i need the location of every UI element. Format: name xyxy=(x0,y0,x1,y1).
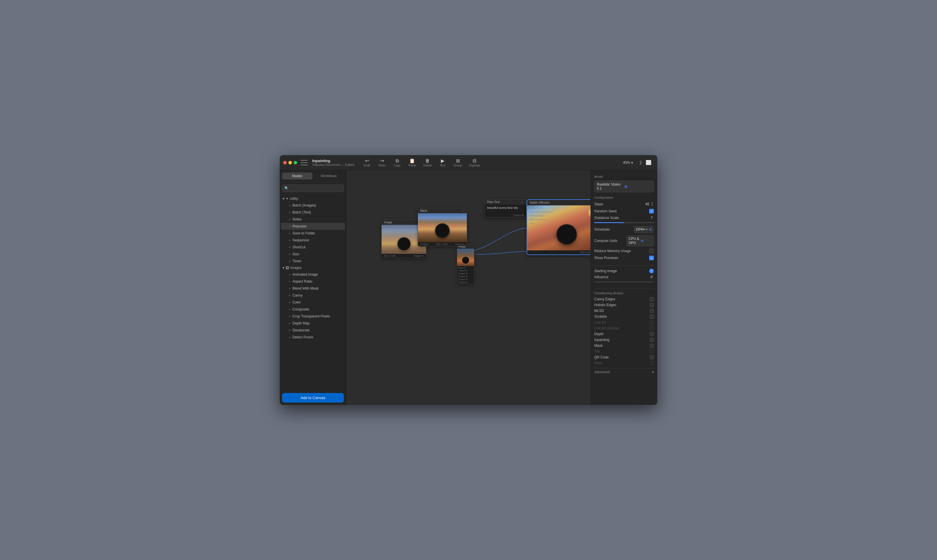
cond-checkbox-mask[interactable] xyxy=(650,344,654,348)
cond-line-art: Line Art xyxy=(594,320,654,325)
node-icon: ✦ xyxy=(288,294,291,297)
cond-checkbox-line-art[interactable] xyxy=(650,320,654,325)
undo-button[interactable]: ↩ Undo xyxy=(360,157,374,168)
cond-checkbox-inpainting[interactable] xyxy=(650,338,654,342)
sidebar-item-color[interactable]: ✦ Color xyxy=(281,299,345,306)
canvas-node-plain-text[interactable]: Plain Text ⋯ beautiful sunny blue sky Ou… xyxy=(485,199,526,218)
cond-checkbox-holistic[interactable] xyxy=(650,303,654,307)
node-icon: ✦ xyxy=(288,308,291,311)
copy-icon: ⧉ xyxy=(395,158,399,163)
sidebar-item-composite[interactable]: ✦ Composite xyxy=(281,306,345,313)
cond-checkbox-canny[interactable] xyxy=(650,297,654,301)
right-sidebar: Model Realistic Vision 5.1 ⊕ Configurati… xyxy=(591,170,657,405)
paste-button[interactable]: 📋 Paste xyxy=(405,157,419,168)
cond-mask: Mask xyxy=(594,344,654,348)
sidebar-item-size[interactable]: ✦ Size xyxy=(281,251,345,258)
traffic-lights xyxy=(283,161,297,165)
title-bar: Inpainting Odyssey Document — Edited ↩ U… xyxy=(280,155,657,170)
cond-checkbox-mlsd[interactable] xyxy=(650,309,654,313)
model-select[interactable]: Realistic Vision 5.1 ⊕ xyxy=(594,181,654,192)
model-section-title: Model xyxy=(594,175,654,178)
more-button[interactable]: ⟫ xyxy=(636,158,645,167)
sidebar-item-depth-map[interactable]: ✦ Depth Map xyxy=(281,320,345,327)
sidebar-item-label: Timer xyxy=(292,259,301,263)
node-header: Plain Text ⋯ xyxy=(485,200,526,205)
document-title: Inpainting xyxy=(312,158,354,163)
maximize-button[interactable] xyxy=(294,161,297,165)
delete-button[interactable]: 🗑 Delete xyxy=(420,157,434,168)
close-button[interactable] xyxy=(283,161,287,165)
config-title: Configuration xyxy=(594,196,654,199)
sidebar-item-label: Blend With Mask xyxy=(292,286,318,291)
canvas-node-mask[interactable]: Mask ⋯ ● Input 801 x 598 Mask ➤ xyxy=(418,208,467,246)
node-title: Image xyxy=(384,221,392,224)
sidebar-item-blend-with-mask[interactable]: ✦ Blend With Mask xyxy=(281,285,345,292)
tab-workflows[interactable]: Workflows xyxy=(314,172,344,180)
sidebar-item-desaturate[interactable]: ✦ Desaturate xyxy=(281,327,345,334)
cond-checkbox-scribble[interactable] xyxy=(650,315,654,318)
advanced-row[interactable]: Advanced ▾ xyxy=(594,368,654,376)
node-icon: ✦ xyxy=(288,204,291,207)
minimize-button[interactable] xyxy=(288,161,292,165)
ungroup-button[interactable]: ⊟ Ungroup xyxy=(466,157,483,168)
sidebar-item-shortcut[interactable]: ✦ Shortcut xyxy=(281,244,345,251)
steps-up[interactable]: ▲ xyxy=(650,202,654,204)
canvas-node-stable-diffusion[interactable]: Stable Diffusion ⋯ Prompt (Text) Negativ… xyxy=(526,199,591,255)
run-button[interactable]: ▶ Run xyxy=(436,157,449,168)
cond-checkbox-pose[interactable] xyxy=(650,361,654,365)
steps-down[interactable]: ▼ xyxy=(650,204,654,206)
model-select-chevron-icon: ⊕ xyxy=(624,184,651,189)
sidebar-item-aspect-ratio[interactable]: ✦ Aspect Ratio xyxy=(281,278,345,285)
canvas-node-image-2[interactable]: Image Input ➤ Output ➤ Output ➤ Output ➤… xyxy=(457,244,474,284)
cond-mlsd: MLSD xyxy=(594,309,654,313)
compute-units-chevron-icon: ⊕ xyxy=(641,239,652,243)
sidebar-item-sequencer[interactable]: ✦ Sequencer xyxy=(281,237,345,244)
ungroup-icon: ⊟ xyxy=(472,158,476,163)
sidebar-item-detect-poses[interactable]: ✦ Detect Poses xyxy=(281,334,345,341)
sidebar-toggle-icon[interactable] xyxy=(301,160,308,165)
sidebar-item-notes[interactable]: ✦ Notes xyxy=(281,216,345,223)
canvas-area[interactable]: Image ⋯ 801 x 598 Image ➤ Mask ⋯ ● Input xyxy=(346,170,591,405)
random-seed-checkbox[interactable]: ✓ xyxy=(649,209,654,214)
guidance-scale-slider[interactable] xyxy=(594,222,654,223)
cond-checkbox-line-art-anime[interactable] xyxy=(650,326,654,330)
node-footer: 801 x 801 Output ➤ xyxy=(527,250,591,254)
search-input[interactable] xyxy=(282,185,344,192)
model-value: Realistic Vision 5.1 xyxy=(597,182,624,191)
sidebar-item-timer[interactable]: ✦ Timer xyxy=(281,258,345,265)
redo-button[interactable]: ↪ Redo xyxy=(375,157,389,168)
tab-nodes[interactable]: Nodes xyxy=(282,172,312,180)
sidebar-item-canny[interactable]: ✦ Canny xyxy=(281,292,345,299)
add-to-canvas-button[interactable]: Add to Canvas xyxy=(282,393,344,403)
zoom-control[interactable]: 45% ▾ xyxy=(623,161,633,165)
cond-checkbox-qr-code[interactable] xyxy=(650,355,654,359)
sidebar-item-batch-text[interactable]: ✦ Batch (Text) xyxy=(281,209,345,216)
category-images[interactable]: ▾ 🖼 Images xyxy=(280,265,346,271)
right-panel-toggle-icon[interactable]: ⬜ xyxy=(645,158,652,166)
steps-label: Steps xyxy=(594,202,645,206)
cond-checkbox-depth[interactable] xyxy=(650,332,654,336)
toolbar: ↩ Undo ↪ Redo ⧉ Copy 📋 Paste 🗑 Delete ▶ xyxy=(360,157,645,168)
reduce-memory-row: Reduce Memory Usage xyxy=(594,249,654,253)
copy-button[interactable]: ⧉ Copy xyxy=(390,157,404,168)
group-button[interactable]: ⊞ Group xyxy=(451,157,465,168)
show-previews-checkbox[interactable]: ✓ xyxy=(649,255,654,260)
zoom-value: 45% xyxy=(623,161,630,165)
cond-label: Inpainting xyxy=(594,338,650,342)
scheduler-select[interactable]: DPM++ ⊕ xyxy=(634,226,654,233)
sidebar-item-repeater[interactable]: ✦ Repeater xyxy=(281,223,345,230)
influence-slider[interactable] xyxy=(594,282,654,282)
cond-tile: Tile xyxy=(594,349,654,354)
sidebar-item-label: Shortcut xyxy=(292,245,306,249)
steps-stepper[interactable]: ▲ ▼ xyxy=(650,202,654,206)
sidebar-item-animated-image[interactable]: ✦ Animated Image xyxy=(281,271,345,278)
sidebar-item-crop-transparent[interactable]: ✦ Crop Transparent Pixels xyxy=(281,313,345,320)
cond-checkbox-tile[interactable] xyxy=(650,349,654,354)
category-utility[interactable]: ▾ ✦ Utility xyxy=(280,195,346,202)
random-seed-label: Random Seed xyxy=(594,209,649,213)
compute-units-select[interactable]: CPU & GPU ⊕ xyxy=(626,235,654,246)
reduce-memory-checkbox[interactable] xyxy=(649,249,654,253)
sidebar-item-label: Animated Image xyxy=(292,272,318,277)
sidebar-item-batch-images[interactable]: ✦ Batch (Images) xyxy=(281,202,345,209)
sidebar-item-save-to-folder[interactable]: ✦ Save to Folder xyxy=(281,230,345,237)
